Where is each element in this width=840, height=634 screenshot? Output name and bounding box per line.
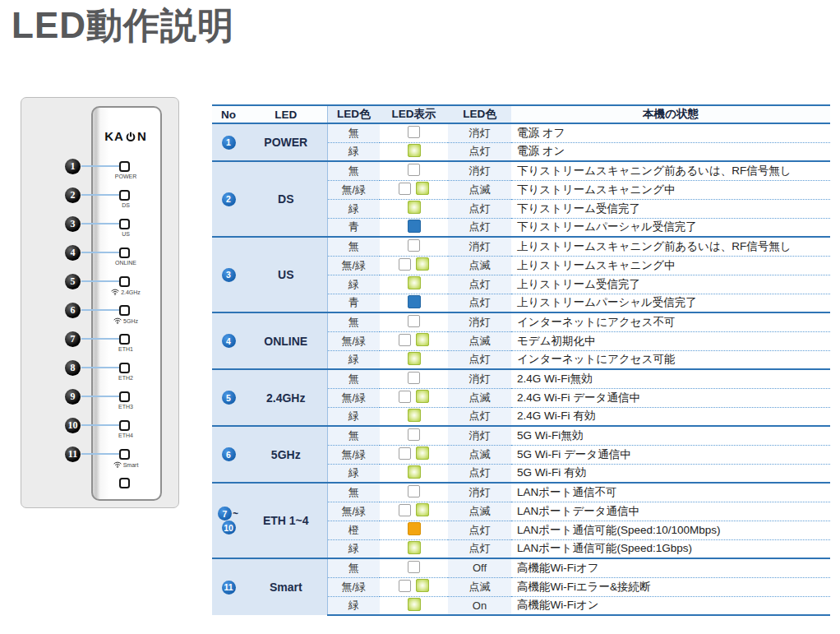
device-led-ONLINE [119, 248, 130, 258]
led-display-cell [380, 464, 448, 483]
device-status-cell: 上りストリームスキャニング前あるいは、RF信号無し [511, 237, 830, 256]
device-status-cell: 高機能Wi-Fiエラー&接続断 [511, 577, 830, 596]
device-led-number: 7 [65, 331, 81, 347]
device-status-cell: LANポート通信不可 [511, 483, 830, 502]
device-led-ETH4 [119, 420, 130, 431]
led-indicator-blue-icon [408, 220, 421, 233]
group-led-name: 5GHz [245, 426, 327, 483]
device-status-cell: 電源 オン [511, 142, 830, 161]
table-row: 2DS無消灯下りストリームスキャニング前あるいは、RF信号無し [212, 161, 830, 180]
led-indicator-green-icon [416, 447, 429, 460]
led-indicator-green-icon [416, 257, 429, 271]
led-state-cell: 点滅 [448, 388, 511, 407]
led-display-cell [380, 218, 448, 237]
led-color-cell: 緑 [327, 275, 380, 294]
callout-line [81, 367, 119, 368]
led-indicator-green-icon [408, 465, 421, 479]
device-led-label: ETH3 [97, 404, 155, 410]
device-status-cell: 2.4G Wi-Fi データ通信中 [511, 388, 830, 407]
led-indicator-green-icon [408, 598, 421, 611]
led-color-cell: 緑 [327, 350, 380, 369]
header-device-status: 本機の状態 [511, 105, 830, 123]
number-badge: 2 [222, 192, 236, 206]
led-display-cell [380, 199, 448, 218]
callout-line [81, 309, 119, 311]
led-behavior-table: No LED LED色 LED表示 LED色 本機の状態 1POWER無消灯電源… [212, 104, 830, 616]
led-display-cell [380, 256, 448, 275]
device-led-number: 6 [65, 303, 81, 318]
led-state-cell: 点灯 [448, 218, 511, 237]
led-display-cell [380, 426, 448, 445]
device-status-cell: 上りストリーム受信完了 [511, 275, 830, 294]
power-icon [125, 131, 136, 142]
led-color-cell: 無 [327, 312, 380, 331]
callout-line [81, 280, 119, 282]
device-status-cell: 電源 オフ [511, 123, 830, 142]
led-state-cell: 点滅 [448, 445, 511, 464]
device-status-cell: LANポート通信可能(Speed:1Gbps) [511, 539, 830, 558]
led-indicator-green-icon [408, 201, 421, 214]
led-indicator-off-icon [399, 183, 411, 195]
led-indicator-off-icon [408, 126, 420, 138]
led-indicator-off-icon [399, 504, 411, 516]
led-indicator-off-icon [408, 164, 420, 176]
device-led-label: ETH4 [97, 433, 155, 438]
led-indicator-off-icon [408, 315, 420, 327]
led-display-cell [380, 577, 448, 596]
led-color-cell: 無 [327, 426, 380, 445]
brand-logo: KA N [93, 129, 159, 143]
led-state-cell: 点灯 [448, 521, 511, 539]
led-state-cell: Off [448, 558, 511, 577]
led-state-cell: 消灯 [448, 483, 511, 502]
led-display-cell [380, 539, 448, 558]
device-status-cell: 5G Wi-Fi 有効 [511, 464, 830, 483]
led-display-cell [380, 350, 448, 369]
callout-line [81, 165, 119, 167]
callout-line [81, 338, 119, 340]
table-row: 52.4GHz無消灯2.4G Wi-Fi無効 [212, 369, 830, 388]
callout-line [81, 223, 119, 224]
led-state-cell: 消灯 [448, 237, 511, 256]
group-led-name: 2.4GHz [245, 369, 327, 426]
device-led-number: 8 [65, 360, 81, 376]
device-status-cell: インターネットにアクセス可能 [511, 350, 830, 369]
led-state-cell: 点灯 [448, 294, 511, 312]
led-color-cell: 無/緑 [327, 502, 380, 521]
device-led-number: 2 [65, 187, 81, 203]
group-number-cell: 3 [212, 237, 245, 312]
led-indicator-orange-icon [408, 522, 421, 535]
led-indicator-off-icon [399, 580, 411, 592]
group-led-name: DS [245, 161, 327, 237]
led-display-cell [380, 237, 448, 256]
led-indicator-off-icon [408, 372, 420, 384]
group-number-cell: 4 [212, 312, 245, 369]
device-status-cell: インターネットにアクセス不可 [511, 312, 830, 331]
device-status-cell: 下りストリームスキャニング前あるいは、RF信号無し [511, 161, 830, 180]
wifi-icon [111, 289, 119, 295]
led-display-cell [380, 596, 448, 615]
led-color-cell: 緑 [327, 142, 380, 161]
led-state-cell: 点滅 [448, 331, 511, 350]
led-color-cell: 無 [327, 237, 380, 256]
led-display-cell [380, 445, 448, 464]
callout-line [81, 453, 119, 455]
device-status-cell: LANポート通信可能(Speed:10/100Mbps) [511, 521, 830, 539]
page-title: LED動作説明 [12, 2, 234, 50]
group-number-cell: 5 [212, 369, 245, 426]
led-display-cell [380, 142, 448, 161]
device-status-cell: 上りストリームパーシャル受信完了 [511, 294, 830, 312]
table-header-row: No LED LED色 LED表示 LED色 本機の状態 [212, 105, 830, 123]
device-led-number: 3 [65, 216, 81, 232]
device-led-number: 1 [65, 159, 81, 174]
led-state-cell: 点滅 [448, 577, 511, 596]
device-status-cell: LANポートデータ通信中 [511, 502, 830, 521]
led-indicator-green-icon [408, 352, 421, 365]
wifi-icon [113, 461, 122, 468]
led-display-cell [380, 388, 448, 407]
device-led-2.4GHz [119, 276, 130, 287]
led-color-cell: 無 [327, 161, 380, 180]
device-led-ETH2 [119, 363, 130, 373]
device-led-ETH3 [119, 391, 130, 402]
led-indicator-off-icon [399, 334, 411, 346]
led-state-cell: 点灯 [448, 539, 511, 558]
